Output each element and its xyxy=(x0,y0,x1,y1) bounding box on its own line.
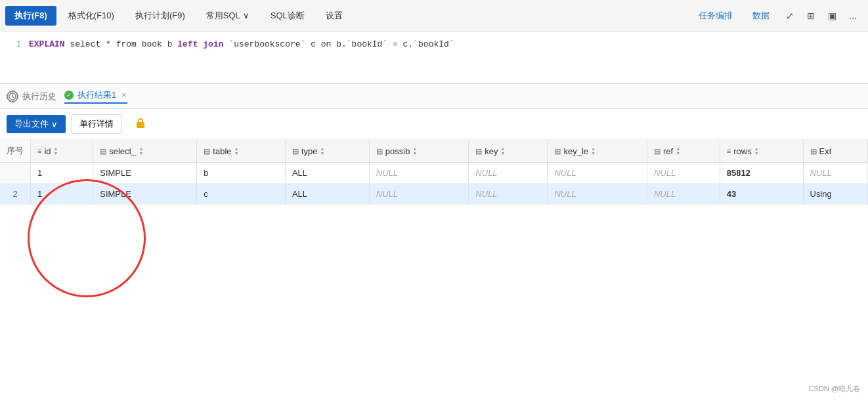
run-button[interactable]: 执行(F8) xyxy=(5,6,56,26)
table-header-row: 序号 ≡ id ▲▼ ▤ select_ xyxy=(0,140,868,163)
col-header-select[interactable]: ▤ select_ ▲▼ xyxy=(93,140,197,163)
col-icon-ext: ▤ xyxy=(810,147,817,156)
expand-icon[interactable]: ⤢ xyxy=(780,6,800,26)
success-dot: ✓ xyxy=(64,91,74,100)
result-tab[interactable]: ✓ 执行结果1 × xyxy=(64,89,127,104)
toolbar-right-group: 任务编排 数据 ⤢ ⊞ ▣ ... xyxy=(689,6,863,26)
sort-icon-key[interactable]: ▲▼ xyxy=(501,146,506,156)
col-label-id: id xyxy=(44,146,51,156)
close-tab-button[interactable]: × xyxy=(120,89,127,101)
cell-ext-1: NULL xyxy=(803,163,868,184)
cell-rows-1: 85812 xyxy=(720,163,803,184)
col-icon-table: ▤ xyxy=(204,147,210,156)
export-arrow-icon: ∨ xyxy=(51,119,58,129)
col-header-type[interactable]: ▤ type ▲▼ xyxy=(285,140,369,163)
sql-line-1: 1 EXPLAIN select * from book b left join… xyxy=(0,37,868,53)
col-label-table: table xyxy=(213,146,231,156)
sort-icon-ref[interactable]: ▲▼ xyxy=(676,146,680,156)
sort-icon-select[interactable]: ▲▼ xyxy=(139,146,143,156)
result-table: 序号 ≡ id ▲▼ ▤ select_ xyxy=(0,140,868,205)
svg-rect-1 xyxy=(137,122,144,128)
sql-code: EXPLAIN select * from book b left join `… xyxy=(29,38,454,52)
cell-table-2: c xyxy=(197,184,286,205)
col-header-ext[interactable]: ▤ Ext xyxy=(803,140,868,163)
action-bar: 导出文件 ∨ 单行详情 xyxy=(0,109,868,140)
col-label-key-le: key_le xyxy=(563,146,588,156)
add-panel-icon[interactable]: ⊞ xyxy=(801,6,821,26)
result-table-wrapper: 序号 ≡ id ▲▼ ▤ select_ xyxy=(0,140,868,399)
col-header-rownum: 序号 xyxy=(0,140,31,163)
line-number: 1 xyxy=(5,38,21,51)
col-label-type: type xyxy=(301,146,318,156)
col-icon-key-le: ▤ xyxy=(554,147,561,156)
sort-icon-type[interactable]: ▲▼ xyxy=(320,146,324,156)
col-icon-type: ▤ xyxy=(292,147,299,156)
col-header-id[interactable]: ≡ id ▲▼ xyxy=(31,140,93,163)
cell-ext-2: Using xyxy=(803,184,868,205)
sql-editor[interactable]: 1 EXPLAIN select * from book b left join… xyxy=(0,32,868,84)
cell-key-le-2: NULL xyxy=(548,184,647,205)
sort-icon-table[interactable]: ▲▼ xyxy=(234,146,239,156)
col-label-select: select_ xyxy=(109,146,136,156)
history-tab[interactable]: 执行历史 xyxy=(7,91,56,102)
cell-id-1: 1 xyxy=(31,163,93,184)
rownum-col-label: 序号 xyxy=(7,145,24,157)
history-tab-label: 执行历史 xyxy=(22,91,56,102)
toolbar: 执行(F8) 格式化(F10) 执行计划(F9) 常用SQL ∨ SQL诊断 设… xyxy=(0,0,868,32)
col-icon-select: ▤ xyxy=(100,147,106,156)
split-icon[interactable]: ▣ xyxy=(822,6,842,26)
data-button[interactable]: 数据 xyxy=(743,6,779,26)
sort-icon-rows[interactable]: ▲▼ xyxy=(754,146,759,156)
col-header-possib[interactable]: ▤ possib ▲▼ xyxy=(369,140,469,163)
format-button[interactable]: 格式化(F10) xyxy=(59,6,123,26)
export-label: 导出文件 xyxy=(14,118,49,130)
sql-diag-button[interactable]: SQL诊断 xyxy=(261,6,314,26)
cell-type-1: ALL xyxy=(285,163,369,184)
col-header-table[interactable]: ▤ table ▲▼ xyxy=(197,140,286,163)
cell-possib-2: NULL xyxy=(369,184,469,205)
history-icon xyxy=(7,91,18,102)
cell-id-2: 1 xyxy=(31,184,93,205)
cell-select-1: SIMPLE xyxy=(93,163,197,184)
cell-key-1: NULL xyxy=(469,163,548,184)
cell-ref-2: NULL xyxy=(647,184,720,205)
col-label-ext: Ext xyxy=(819,146,832,156)
sort-icon-possib[interactable]: ▲▼ xyxy=(412,146,417,156)
col-header-key-le[interactable]: ▤ key_le ▲▼ xyxy=(548,140,647,163)
cell-ref-1: NULL xyxy=(647,163,720,184)
common-sql-button[interactable]: 常用SQL ∨ xyxy=(197,6,259,26)
col-header-ref[interactable]: ▤ ref ▲▼ xyxy=(647,140,720,163)
cell-select-2: SIMPLE xyxy=(93,184,197,205)
col-header-key[interactable]: ▤ key ▲▼ xyxy=(469,140,548,163)
lock-icon-button[interactable] xyxy=(127,113,154,135)
cell-key-le-1: NULL xyxy=(548,163,647,184)
col-icon-id: ≡ xyxy=(37,147,41,155)
col-label-key: key xyxy=(485,146,498,156)
col-header-rows[interactable]: ≡ rows ▲▼ xyxy=(720,140,803,163)
plan-button[interactable]: 执行计划(F9) xyxy=(126,6,194,26)
sort-icon-key-le[interactable]: ▲▼ xyxy=(591,146,596,156)
bottom-panel: 执行历史 ✓ 执行结果1 × 导出文件 ∨ 单行详情 xyxy=(0,84,868,399)
cell-table-1: b xyxy=(197,163,286,184)
col-label-ref: ref xyxy=(663,146,673,156)
cell-rows-2: 43 xyxy=(720,184,803,205)
cell-type-2: ALL xyxy=(285,184,369,205)
task-button[interactable]: 任务编排 xyxy=(689,6,742,26)
tab-bar: 执行历史 ✓ 执行结果1 × xyxy=(0,84,868,109)
table-row: 2 1 SIMPLE c ALL NULL NULL NULL NULL 43 … xyxy=(0,184,868,205)
col-label-possib: possib xyxy=(385,146,410,156)
cell-rownum-2: 2 xyxy=(0,184,31,205)
result-tab-label: 执行结果1 xyxy=(77,89,116,101)
settings-button[interactable]: 设置 xyxy=(316,6,352,26)
table-row: 1 SIMPLE b ALL NULL NULL NULL NULL 85812… xyxy=(0,163,868,184)
more-button[interactable]: ... xyxy=(843,6,863,26)
sort-icon-id[interactable]: ▲▼ xyxy=(54,146,58,156)
cell-possib-1: NULL xyxy=(369,163,469,184)
export-button[interactable]: 导出文件 ∨ xyxy=(7,115,66,133)
watermark: CSDN @暗儿卷 xyxy=(809,384,860,394)
col-icon-possib: ▤ xyxy=(376,147,383,156)
col-icon-key: ▤ xyxy=(475,147,482,156)
cell-key-2: NULL xyxy=(469,184,548,205)
detail-button[interactable]: 单行详情 xyxy=(71,114,122,134)
col-label-rows: rows xyxy=(733,146,751,156)
